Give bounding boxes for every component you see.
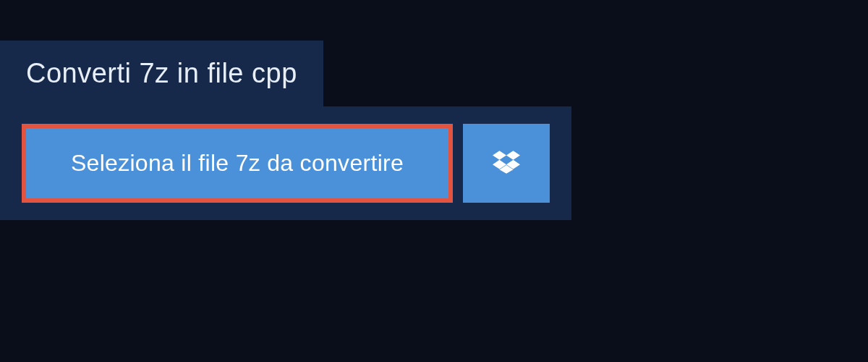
page-title-tab: Converti 7z in file cpp <box>0 41 323 106</box>
select-file-button[interactable]: Seleziona il file 7z da convertire <box>22 124 453 203</box>
select-file-label: Seleziona il file 7z da convertire <box>71 150 404 177</box>
dropbox-button[interactable] <box>463 124 550 203</box>
converter-panel: Seleziona il file 7z da convertire <box>0 106 571 220</box>
page-title: Converti 7z in file cpp <box>26 58 297 89</box>
dropbox-icon <box>493 148 520 178</box>
